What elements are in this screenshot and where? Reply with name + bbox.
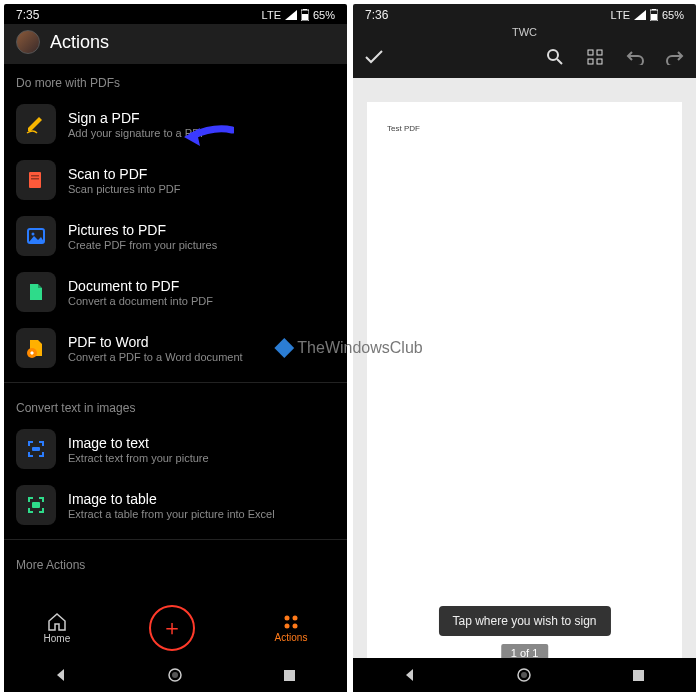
svg-rect-1 [302,14,308,20]
action-texts: Pictures to PDF Create PDF from your pic… [68,222,217,251]
divider [4,539,347,540]
action-sign-a-pdf[interactable]: Sign a PDF Add your signature to a PDF [4,96,347,152]
svg-point-16 [172,672,178,678]
svg-rect-26 [597,59,602,64]
page-text: Test PDF [387,124,420,133]
status-time: 7:36 [365,8,388,22]
action-texts: Scan to PDF Scan pictures into PDF [68,166,181,195]
action-texts: Document to PDF Convert a document into … [68,278,213,307]
svg-rect-29 [633,670,644,681]
action-texts: Image to table Extract a table from your… [68,491,275,520]
sign-toast: Tap where you wish to sign [438,606,610,636]
bottom-nav: Home ＋ Actions [4,598,347,658]
home-icon [47,613,67,631]
svg-rect-20 [652,9,656,10]
status-battery: 65% [313,9,335,21]
signal-icon [285,10,297,20]
pointer-arrow [184,124,234,150]
home-button[interactable] [514,665,534,685]
action-subtitle: Extract text from your picture [68,452,209,464]
back-button[interactable] [51,665,71,685]
avatar[interactable] [16,30,40,54]
nav-actions-label: Actions [275,632,308,643]
scan-icon [16,160,56,200]
action-subtitle: Extract a table from your picture into E… [68,508,275,520]
action-title: Scan to PDF [68,166,181,182]
recent-button[interactable] [629,665,649,685]
status-net: LTE [262,9,281,21]
signal-icon [634,10,646,20]
svg-line-22 [557,59,562,64]
action-image-to-table[interactable]: Image to table Extract a table from your… [4,477,347,533]
svg-point-28 [521,672,527,678]
right-screen: 7:36 LTE 65% TWC Test PDF Tap where you … [353,4,696,692]
status-battery: 65% [662,9,684,21]
status-bar: 7:36 LTE 65% [353,4,696,24]
page-title: Actions [50,32,109,53]
grid-icon [283,614,299,630]
recent-button[interactable] [280,665,300,685]
header: Actions [4,24,347,64]
svg-point-11 [285,615,290,620]
system-nav [4,658,347,692]
action-pictures-to-pdf[interactable]: Pictures to PDF Create PDF from your pic… [4,208,347,264]
svg-rect-17 [284,670,295,681]
nav-actions[interactable]: Actions [275,614,308,643]
action-texts: Image to text Extract text from your pic… [68,435,209,464]
action-pdf-to-word[interactable]: PDF to Word Convert a PDF to a Word docu… [4,320,347,376]
svg-rect-19 [651,14,657,20]
svg-rect-24 [597,50,602,55]
divider [4,382,347,383]
undo-button[interactable] [624,46,646,68]
svg-rect-10 [32,502,40,508]
pdfword-icon [16,328,56,368]
action-image-to-text[interactable]: Image to text Extract text from your pic… [4,421,347,477]
action-scan-to-pdf[interactable]: Scan to PDF Scan pictures into PDF [4,152,347,208]
action-title: Image to table [68,491,275,507]
section-more: More Actions [4,546,347,578]
battery-icon [301,9,309,21]
plus-icon: ＋ [161,613,183,643]
system-nav [353,658,696,692]
nav-home[interactable]: Home [44,613,71,644]
search-button[interactable] [544,46,566,68]
pdf-viewport[interactable]: Test PDF Tap where you wish to sign 1 of… [353,78,696,692]
confirm-button[interactable] [363,46,385,68]
action-subtitle: Scan pictures into PDF [68,183,181,195]
status-right: LTE 65% [262,9,335,21]
picture-icon [16,216,56,256]
svg-point-12 [293,615,298,620]
nav-home-label: Home [44,633,71,644]
svg-point-21 [548,50,558,60]
home-button[interactable] [165,665,185,685]
imgtext-icon [16,429,56,469]
section-images: Convert text in images [4,389,347,421]
doc-title: TWC [353,24,696,40]
grid-button[interactable] [584,46,606,68]
svg-rect-25 [588,59,593,64]
redo-button[interactable] [664,46,686,68]
status-bar: 7:35 LTE 65% [4,4,347,24]
action-title: Document to PDF [68,278,213,294]
action-document-to-pdf[interactable]: Document to PDF Convert a document into … [4,264,347,320]
svg-rect-5 [31,178,39,180]
svg-point-14 [293,623,298,628]
svg-rect-4 [31,175,39,177]
action-title: Pictures to PDF [68,222,217,238]
action-texts: PDF to Word Convert a PDF to a Word docu… [68,334,243,363]
pdf-page[interactable]: Test PDF [367,102,682,692]
action-title: Image to text [68,435,209,451]
svg-point-13 [285,623,290,628]
svg-rect-2 [303,9,307,10]
svg-rect-9 [32,447,40,451]
fab-add[interactable]: ＋ [149,605,195,651]
action-subtitle: Convert a document into PDF [68,295,213,307]
imgtable-icon [16,485,56,525]
action-title: PDF to Word [68,334,243,350]
left-screen: 7:35 LTE 65% Actions Do more with PDFs S… [4,4,347,692]
toolbar [353,40,696,78]
svg-rect-3 [29,172,41,188]
action-subtitle: Create PDF from your pictures [68,239,217,251]
status-right: LTE 65% [611,9,684,21]
back-button[interactable] [400,665,420,685]
